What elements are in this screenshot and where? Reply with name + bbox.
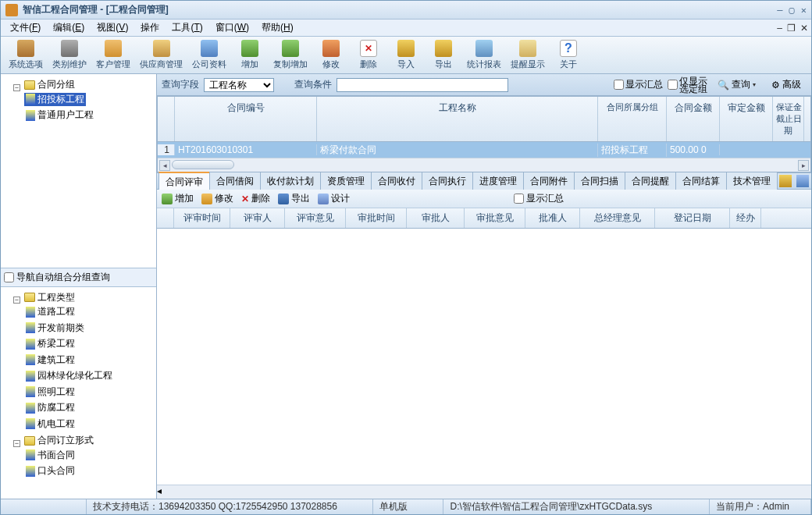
minimize-icon[interactable]: —	[777, 5, 782, 16]
mdi-restore-icon[interactable]: ❐	[787, 23, 796, 34]
tree-item-照明工程[interactable]: 照明工程	[24, 385, 77, 399]
import-button[interactable]: 导入	[387, 38, 425, 72]
lcol-登记日期[interactable]: 登记日期	[655, 208, 730, 228]
tree-item-招投标工程[interactable]: 招投标工程	[24, 93, 86, 106]
review-grid[interactable]: 评审时间评审人评审意见审批时间审批人审批意见批准人总经理意见登记日期经办 ◂ ▸	[157, 208, 811, 499]
tab-技术管理[interactable]: 技术管理	[726, 172, 778, 190]
col-合同金额[interactable]: 合同金额	[667, 97, 720, 141]
tab-合同执行[interactable]: 合同执行	[422, 172, 473, 190]
scroll-left-icon[interactable]: ◂	[157, 485, 811, 496]
about-button[interactable]: ?关于	[550, 38, 587, 72]
nav-auto-checkbox[interactable]	[4, 272, 14, 282]
project-type-tree[interactable]: − 工程类型道路工程开发前期类桥梁工程建筑工程园林绿化绿化工程照明工程防腐工程机…	[1, 287, 156, 499]
sub-show-summary-checkbox[interactable]: 显示汇总	[514, 192, 564, 205]
copy-add-button[interactable]: 复制增加	[269, 38, 312, 72]
col-保证金
截止日
期[interactable]: 保证金 截止日 期	[773, 97, 804, 141]
scroll-right-icon[interactable]: ▸	[798, 160, 809, 171]
contract-group-tree[interactable]: − 合同分组 招投标工程普通用户工程	[1, 74, 156, 268]
tree-group-工程类型[interactable]: 工程类型	[23, 291, 77, 304]
col-审定金额[interactable]: 审定金额	[720, 97, 773, 141]
sub-export-button[interactable]: 导出	[278, 192, 310, 205]
menu-文件[interactable]: 文件(F)	[4, 20, 47, 36]
grid-hscrollbar[interactable]: ◂ ▸	[158, 158, 810, 172]
sub-design-button[interactable]: 设计	[318, 192, 350, 205]
lcol-评审意见[interactable]: 评审意见	[285, 208, 346, 228]
tab-合同评审[interactable]: 合同评审	[158, 172, 210, 191]
show-summary-checkbox[interactable]: 显示汇总	[614, 78, 663, 91]
add-button[interactable]: 增加	[231, 38, 269, 72]
tab-合同结算[interactable]: 合同结算	[675, 172, 727, 190]
close-icon[interactable]: ✕	[801, 5, 807, 16]
tree-item-道路工程[interactable]: 道路工程	[24, 305, 77, 318]
menu-编辑[interactable]: 编辑(E)	[47, 20, 91, 36]
tab-资质管理[interactable]: 资质管理	[320, 172, 372, 190]
export-button[interactable]: 导出	[425, 38, 462, 72]
tree-item-机电工程[interactable]: 机电工程	[24, 417, 77, 431]
query-field-select[interactable]: 工程名称	[204, 78, 274, 92]
tree-group-合同订立形式[interactable]: 合同订立形式	[23, 434, 95, 447]
col-工程名称[interactable]: 工程名称	[317, 97, 598, 141]
collapse-icon[interactable]: −	[13, 84, 20, 91]
lcol-审批人[interactable]: 审批人	[407, 208, 465, 228]
lower-hscrollbar[interactable]: ◂ ▸	[157, 485, 811, 499]
query-button[interactable]: 🔍查询▾	[712, 76, 761, 94]
lcol-审批意见[interactable]: 审批意见	[465, 208, 525, 228]
tab-合同借阅[interactable]: 合同借阅	[209, 172, 261, 190]
contracts-grid[interactable]: 合同编号工程名称合同所属分组合同金额审定金额保证金 截止日 期 1HT20160…	[157, 96, 811, 172]
menu-操作[interactable]: 操作	[134, 20, 166, 36]
tab-tool-icon-2[interactable]	[796, 175, 809, 187]
tree-item-桥梁工程[interactable]: 桥梁工程	[24, 337, 77, 350]
scroll-right-icon[interactable]: ▸	[157, 496, 811, 499]
company-info-button[interactable]: 公司资料	[187, 38, 231, 72]
customer-mgmt-button[interactable]: 客户管理	[91, 38, 135, 72]
tree-item-口头合同[interactable]: 口头合同	[24, 464, 77, 478]
lcol-总经理意见[interactable]: 总经理意见	[580, 208, 655, 228]
tab-收付款计划[interactable]: 收付款计划	[260, 172, 321, 190]
lcol-评审人[interactable]: 评审人	[230, 208, 285, 228]
only-selected-checkbox[interactable]: 仅显示 选定组	[668, 77, 707, 93]
menu-工具[interactable]: 工具(T)	[166, 20, 208, 36]
collapse-icon[interactable]: −	[13, 440, 20, 447]
supplier-mgmt-button[interactable]: 供应商管理	[135, 38, 187, 72]
menu-视图[interactable]: 视图(V)	[91, 20, 134, 36]
menu-窗口[interactable]: 窗口(W)	[209, 20, 255, 36]
lcol-审批时间[interactable]: 审批时间	[346, 208, 407, 228]
tab-进度管理[interactable]: 进度管理	[472, 172, 524, 190]
sub-modify-button[interactable]: 修改	[201, 192, 233, 205]
delete-button[interactable]: ✕删除	[350, 38, 387, 72]
lcol-rownum[interactable]	[157, 208, 174, 228]
advanced-button[interactable]: ⚙高级	[766, 76, 807, 94]
col-合同所属分组[interactable]: 合同所属分组	[598, 97, 667, 141]
col-rownum[interactable]	[158, 97, 175, 141]
lcol-评审时间[interactable]: 评审时间	[174, 208, 230, 228]
tree-item-普通用户工程[interactable]: 普通用户工程	[24, 108, 95, 122]
tab-合同收付[interactable]: 合同收付	[371, 172, 422, 190]
col-合同编号[interactable]: 合同编号	[175, 97, 317, 141]
maximize-icon[interactable]: ▢	[789, 5, 795, 16]
lcol-经办[interactable]: 经办	[730, 208, 761, 228]
collapse-icon[interactable]: −	[13, 297, 20, 304]
scroll-thumb[interactable]	[172, 160, 234, 169]
tree-item-防腐工程[interactable]: 防腐工程	[24, 401, 77, 414]
scroll-left-icon[interactable]: ◂	[159, 160, 170, 171]
remind-show-button[interactable]: 提醒显示	[506, 38, 550, 72]
sub-delete-button[interactable]: ✕删除	[241, 192, 270, 205]
tree-item-开发前期类[interactable]: 开发前期类	[24, 321, 86, 335]
modify-button[interactable]: 修改	[312, 38, 350, 72]
tree-item-书面合同[interactable]: 书面合同	[24, 449, 77, 462]
tab-合同提醒[interactable]: 合同提醒	[625, 172, 676, 190]
mdi-minimize-icon[interactable]: –	[777, 23, 782, 34]
system-options-button[interactable]: 系统选项	[4, 38, 48, 72]
sub-add-button[interactable]: 增加	[162, 192, 194, 205]
nav-auto-checkbox-label[interactable]: 导航自动组合分组查询	[4, 272, 110, 282]
menu-帮助[interactable]: 帮助(H)	[255, 20, 300, 36]
tab-tool-icon-1[interactable]	[779, 175, 792, 187]
tree-item-建筑工程[interactable]: 建筑工程	[24, 353, 77, 367]
tree-item-园林绿化绿化工程[interactable]: 园林绿化绿化工程	[24, 369, 114, 382]
category-maint-button[interactable]: 类别维护	[48, 38, 91, 72]
stats-report-button[interactable]: 统计报表	[462, 38, 506, 72]
query-cond-input[interactable]	[337, 78, 508, 92]
lcol-批准人[interactable]: 批准人	[525, 208, 580, 228]
table-row[interactable]: 1HT201603010301桥梁付款合同招投标工程500.00 0	[158, 142, 810, 158]
tab-合同扫描[interactable]: 合同扫描	[574, 172, 625, 190]
